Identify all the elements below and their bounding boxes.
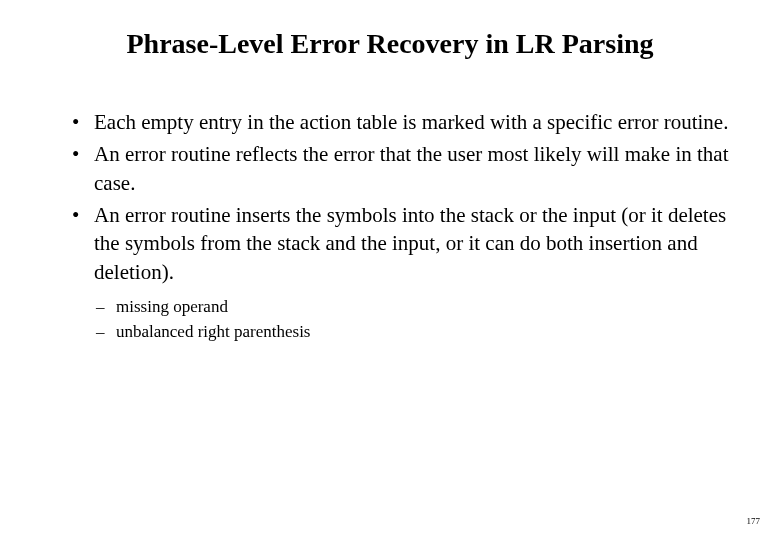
bullet-item: Each empty entry in the action table is …	[72, 108, 732, 136]
sub-bullet-item: unbalanced right parenthesis	[96, 321, 732, 344]
bullet-item: An error routine inserts the symbols int…	[72, 201, 732, 286]
page-number: 177	[747, 516, 761, 526]
sub-bullet-list: missing operand unbalanced right parenth…	[48, 296, 732, 344]
bullet-item: An error routine reflects the error that…	[72, 140, 732, 197]
bullet-list: Each empty entry in the action table is …	[48, 108, 732, 286]
sub-bullet-item: missing operand	[96, 296, 732, 319]
slide-title: Phrase-Level Error Recovery in LR Parsin…	[72, 28, 708, 60]
